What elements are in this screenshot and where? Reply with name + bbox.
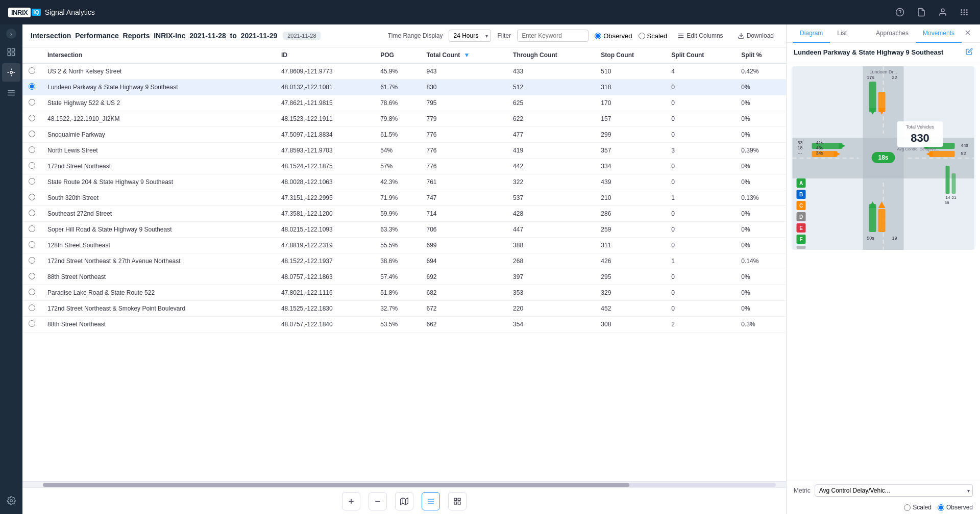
- col-split-pct: Split %: [735, 47, 786, 63]
- tab-list[interactable]: List: [830, 24, 854, 43]
- filter-input[interactable]: [517, 30, 589, 42]
- panel-tabs: Diagram List Approaches Movements: [787, 24, 980, 43]
- split-pct-cell: 0%: [735, 301, 786, 317]
- radio-cell[interactable]: [22, 80, 41, 95]
- radio-cell[interactable]: [22, 285, 41, 301]
- table-row[interactable]: US 2 & North Kelsey Street 47.8609,-121.…: [22, 63, 786, 80]
- row-radio-13[interactable]: [29, 273, 35, 279]
- row-radio-16[interactable]: [29, 320, 35, 327]
- table-row[interactable]: Lundeen Parkway & State Highway 9 Southe…: [22, 80, 786, 95]
- scaled-radio[interactable]: [639, 33, 645, 39]
- radio-cell[interactable]: [22, 317, 41, 332]
- radio-cell[interactable]: [22, 206, 41, 222]
- time-range-select[interactable]: 24 Hours: [449, 30, 491, 42]
- observed-radio[interactable]: [595, 33, 601, 39]
- radio-cell[interactable]: [22, 222, 41, 238]
- row-radio-3[interactable]: [29, 115, 35, 121]
- radio-cell[interactable]: [22, 111, 41, 127]
- scaled-radio-item[interactable]: Scaled: [639, 32, 668, 40]
- user-icon[interactable]: [935, 5, 950, 20]
- panel-close-button[interactable]: [962, 27, 974, 40]
- grid-view-button[interactable]: [448, 492, 467, 510]
- row-radio-7[interactable]: [29, 178, 35, 185]
- panel-scaled-radio[interactable]: [904, 504, 911, 511]
- table-row[interactable]: Southeast 272nd Street 47.3581,-122.1200…: [22, 206, 786, 222]
- total-count-cell: 699: [420, 238, 507, 253]
- minus-button[interactable]: [369, 492, 387, 510]
- table-row[interactable]: 128th Street Southeast 47.8819,-122.2319…: [22, 238, 786, 253]
- table-row[interactable]: Paradise Lake Road & State Route 522 47.…: [22, 285, 786, 301]
- sidebar-item-settings[interactable]: [2, 492, 20, 510]
- panel-observed-radio[interactable]: [938, 504, 944, 511]
- panel-edit-button[interactable]: [966, 48, 973, 57]
- h-scroll-thumb: [43, 483, 629, 487]
- table-row[interactable]: 88th Street Northeast 48.0757,-122.1863 …: [22, 269, 786, 285]
- row-radio-6[interactable]: [29, 162, 35, 169]
- radio-cell[interactable]: [22, 174, 41, 190]
- row-radio-2[interactable]: [29, 99, 35, 106]
- report-header: Intersection_Performance_Reports_INRIX-I…: [22, 24, 786, 47]
- row-radio-10[interactable]: [29, 225, 35, 232]
- row-radio-11[interactable]: [29, 241, 35, 248]
- add-button[interactable]: [342, 492, 360, 510]
- col-total-count[interactable]: Total Count ▼: [420, 47, 507, 63]
- radio-cell[interactable]: [22, 253, 41, 269]
- table-row[interactable]: 172nd Street Northeast & 27th Avenue Nor…: [22, 253, 786, 269]
- radio-cell[interactable]: [22, 190, 41, 206]
- list-view-button[interactable]: [422, 492, 440, 510]
- panel-scaled-radio-item[interactable]: Scaled: [904, 504, 932, 511]
- help-icon[interactable]: [892, 5, 908, 20]
- radio-cell[interactable]: [22, 159, 41, 174]
- tab-movements[interactable]: Movements: [916, 24, 962, 43]
- observed-label: Observed: [603, 32, 632, 40]
- panel-observed-radio-item[interactable]: Observed: [938, 504, 973, 511]
- radio-cell[interactable]: [22, 143, 41, 159]
- row-radio-9[interactable]: [29, 210, 35, 216]
- horizontal-scrollbar[interactable]: [22, 481, 786, 487]
- intersection-cell: North Lewis Street: [41, 143, 275, 159]
- sidebar-item-layers[interactable]: [2, 43, 20, 61]
- table-row[interactable]: North Lewis Street 47.8593,-121.9703 54%…: [22, 143, 786, 159]
- through-count-cell: 512: [507, 80, 595, 95]
- row-radio-14[interactable]: [29, 289, 35, 295]
- table-row[interactable]: Soper Hill Road & State Highway 9 Southe…: [22, 222, 786, 238]
- radio-cell[interactable]: [22, 127, 41, 143]
- map-view-button[interactable]: [395, 492, 413, 510]
- stop-count-cell: 510: [595, 63, 665, 80]
- through-count-cell: 353: [507, 285, 595, 301]
- table-row[interactable]: Snoqualmie Parkway 47.5097,-121.8834 61.…: [22, 127, 786, 143]
- row-radio-0[interactable]: [29, 67, 35, 74]
- row-radio-1[interactable]: [29, 83, 35, 90]
- radio-cell[interactable]: [22, 238, 41, 253]
- tab-diagram[interactable]: Diagram: [793, 24, 830, 43]
- radio-cell[interactable]: [22, 269, 41, 285]
- total-count-cell: 662: [420, 317, 507, 332]
- radio-cell[interactable]: [22, 95, 41, 111]
- total-count-cell: 776: [420, 143, 507, 159]
- tab-approaches[interactable]: Approaches: [869, 24, 916, 43]
- table-row[interactable]: State Route 204 & State Highway 9 Southe…: [22, 174, 786, 190]
- edit-columns-button[interactable]: Edit Columns: [673, 30, 727, 41]
- sidebar-expand-button[interactable]: ›: [6, 29, 16, 39]
- row-radio-15[interactable]: [29, 304, 35, 311]
- table-row[interactable]: 48.1522,-122.1910_JI2KM 48.1523,-122.191…: [22, 111, 786, 127]
- table-row[interactable]: South 320th Street 47.3151,-122.2995 71.…: [22, 190, 786, 206]
- more-options-icon[interactable]: [957, 5, 972, 20]
- observed-radio-item[interactable]: Observed: [595, 32, 632, 40]
- document-icon[interactable]: [914, 5, 929, 20]
- metric-select[interactable]: Avg Control Delay/Vehic... Total Count S…: [815, 484, 973, 497]
- sidebar-item-crosshair[interactable]: [2, 63, 20, 82]
- table-row[interactable]: 172nd Street Northeast & Smokey Point Bo…: [22, 301, 786, 317]
- row-radio-8[interactable]: [29, 194, 35, 200]
- map-icon: [400, 497, 408, 505]
- download-button[interactable]: Download: [733, 30, 778, 41]
- table-row[interactable]: State Highway 522 & US 2 47.8621,-121.98…: [22, 95, 786, 111]
- radio-cell[interactable]: [22, 301, 41, 317]
- row-radio-4[interactable]: [29, 131, 35, 137]
- row-radio-12[interactable]: [29, 257, 35, 264]
- radio-cell[interactable]: [22, 63, 41, 80]
- row-radio-5[interactable]: [29, 146, 35, 153]
- table-row[interactable]: 172nd Street Northeast 48.1524,-122.1875…: [22, 159, 786, 174]
- table-row[interactable]: 88th Street Northeast 48.0757,-122.1840 …: [22, 317, 786, 332]
- sidebar-item-lines[interactable]: [2, 84, 20, 102]
